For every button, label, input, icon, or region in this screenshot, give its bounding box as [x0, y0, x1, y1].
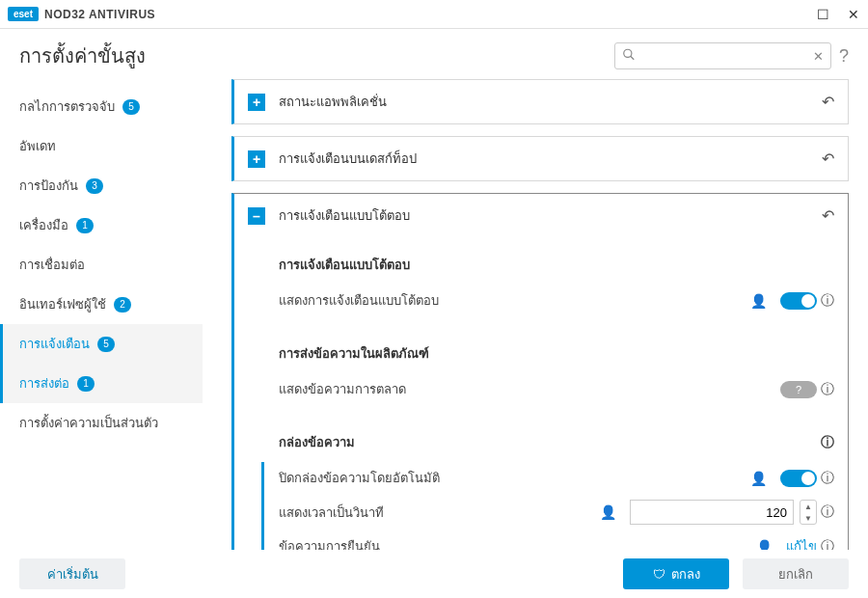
svg-line-1 — [631, 56, 635, 60]
expand-icon: + — [248, 94, 265, 111]
panel-title: การแจ้งเตือนบนเดสก์ท็อป — [279, 149, 822, 169]
app-logo: eset — [8, 7, 39, 21]
clear-icon[interactable]: ✕ — [813, 49, 824, 64]
sidebar-item-label: การแจ้งเตือน — [19, 334, 90, 354]
panel-header[interactable]: – การแจ้งเตือนแบบโต้ตอบ ↶ — [234, 194, 848, 237]
main-content: + สถานะแอพพลิเคชั่น ↶ + การแจ้งเตือนบนเด… — [203, 79, 868, 571]
sidebar: กลไกการตรวจจับ5อัพเดทการป้องกัน3เครื่องม… — [0, 79, 203, 571]
defaults-button[interactable]: ค่าเริ่มต้น — [19, 558, 125, 589]
collapse-icon: – — [248, 207, 265, 225]
toggle-auto-close[interactable] — [780, 470, 817, 487]
titlebar: eset NOD32 ANTIVIRUS ☐ ✕ — [0, 0, 868, 29]
sidebar-item-8[interactable]: การตั้งค่าความเป็นส่วนตัว — [0, 403, 203, 443]
expand-icon: + — [248, 150, 265, 168]
user-icon: 👤 — [750, 471, 767, 486]
ok-label: ตกลง — [671, 564, 700, 584]
setting-label: แสดงเวลาเป็นวินาที — [279, 503, 600, 523]
search-box: ✕ — [614, 42, 831, 69]
sidebar-item-7[interactable]: การส่งต่อ1 — [0, 364, 203, 403]
svg-point-0 — [624, 49, 632, 57]
info-icon[interactable]: ⓘ — [817, 470, 834, 487]
undo-icon[interactable]: ↶ — [822, 206, 834, 225]
panel-header[interactable]: + สถานะแอพพลิเคชั่น ↶ — [234, 80, 848, 123]
close-button[interactable]: ✕ — [847, 8, 860, 21]
sidebar-item-1[interactable]: อัพเดท — [0, 126, 203, 166]
page-title: การตั้งค่าขั้นสูง — [19, 41, 146, 71]
footer: ค่าเริ่มต้น 🛡 ตกลง ยกเลิก — [0, 550, 868, 598]
sidebar-item-3[interactable]: เครื่องมือ1 — [0, 205, 203, 245]
spinner: ▲ ▼ — [800, 500, 817, 525]
help-icon[interactable]: ? — [839, 46, 849, 67]
setting-label: แสดงข้อความการตลาด — [279, 379, 624, 399]
sidebar-item-0[interactable]: กลไกการตรวจจับ5 — [0, 87, 203, 126]
app-title: NOD32 ANTIVIRUS — [44, 8, 155, 21]
setting-show-interactive: แสดงการแจ้งเตือนแบบโต้ตอบ 👤 ⓘ — [279, 285, 834, 316]
user-icon: 👤 — [750, 293, 767, 309]
sidebar-item-label: การตั้งค่าความเป็นส่วนตัว — [19, 413, 158, 433]
sidebar-item-label: อินเทอร์เฟซผู้ใช้ — [19, 294, 106, 314]
cancel-button[interactable]: ยกเลิก — [743, 558, 849, 589]
info-icon[interactable]: ⓘ — [817, 503, 834, 521]
badge: 3 — [86, 178, 103, 194]
sidebar-item-label: กลไกการตรวจจับ — [19, 96, 115, 117]
setting-label: แสดงการแจ้งเตือนแบบโต้ตอบ — [279, 290, 624, 311]
toggle-marketing: ? — [780, 381, 817, 398]
setting-timeout: แสดงเวลาเป็นวินาที 👤 ▲ ▼ ⓘ — [261, 494, 834, 530]
panel-desktop-notifications: + การแจ้งเตือนบนเดสก์ท็อป ↶ — [231, 136, 849, 181]
section-title: กล่องข้อความ ⓘ — [279, 432, 834, 452]
info-icon[interactable]: ⓘ — [817, 292, 834, 310]
badge: 2 — [114, 297, 131, 313]
panel-title: การแจ้งเตือนแบบโต้ตอบ — [279, 205, 822, 226]
sidebar-item-label: การเชื่อมต่อ — [19, 255, 85, 275]
toggle-interactive-alerts[interactable] — [780, 292, 817, 310]
panel-body: การแจ้งเตือนแบบโต้ตอบ แสดงการแจ้งเตือนแบ… — [234, 237, 848, 571]
badge: 5 — [122, 99, 140, 115]
section-title: การส่งข้อความในผลิตภัณฑ์ — [279, 343, 834, 364]
panel-app-status: + สถานะแอพพลิเคชั่น ↶ — [231, 79, 849, 124]
header: การตั้งค่าขั้นสูง ✕ ? — [0, 29, 868, 79]
sidebar-item-label: การป้องกัน — [19, 176, 78, 196]
panel-interactive-notifications: – การแจ้งเตือนแบบโต้ตอบ ↶ การแจ้งเตือนแบ… — [231, 193, 849, 571]
sidebar-item-label: เครื่องมือ — [19, 215, 68, 235]
undo-icon[interactable]: ↶ — [822, 93, 834, 111]
section-title-text: กล่องข้อความ — [279, 432, 355, 452]
user-icon: 👤 — [600, 504, 616, 520]
ok-button[interactable]: 🛡 ตกลง — [623, 558, 729, 589]
spin-up[interactable]: ▲ — [800, 501, 816, 512]
panel-title: สถานะแอพพลิเคชั่น — [279, 92, 822, 112]
sidebar-item-label: อัพเดท — [19, 136, 56, 156]
setting-label: ปิดกล่องข้อความโดยอัตโนมัติ — [279, 468, 624, 488]
sidebar-item-6[interactable]: การแจ้งเตือน5 — [0, 324, 203, 364]
timeout-input[interactable] — [630, 500, 794, 525]
maximize-button[interactable]: ☐ — [816, 8, 829, 21]
setting-marketing: แสดงข้อความการตลาด ? ⓘ — [279, 373, 834, 405]
info-icon[interactable]: ⓘ — [817, 434, 834, 451]
search-wrap: ✕ ? — [614, 42, 849, 69]
search-input[interactable] — [614, 42, 831, 69]
sidebar-item-5[interactable]: อินเทอร์เฟซผู้ใช้2 — [0, 285, 203, 324]
sidebar-item-2[interactable]: การป้องกัน3 — [0, 166, 203, 205]
search-icon — [622, 48, 636, 65]
panel-header[interactable]: + การแจ้งเตือนบนเดสก์ท็อป ↶ — [234, 137, 848, 180]
section-title: การแจ้งเตือนแบบโต้ตอบ — [279, 255, 834, 275]
spin-down[interactable]: ▼ — [800, 512, 816, 524]
sidebar-item-label: การส่งต่อ — [19, 373, 69, 394]
info-icon[interactable]: ⓘ — [817, 381, 834, 398]
setting-auto-close: ปิดกล่องข้อความโดยอัตโนมัติ 👤 ⓘ — [261, 462, 834, 494]
undo-icon[interactable]: ↶ — [822, 150, 834, 168]
badge: 1 — [76, 218, 94, 233]
window-controls: ☐ ✕ — [816, 8, 860, 21]
badge: 5 — [97, 337, 115, 352]
badge: 1 — [77, 376, 95, 392]
shield-icon: 🛡 — [653, 567, 665, 582]
sidebar-item-4[interactable]: การเชื่อมต่อ — [0, 245, 203, 285]
